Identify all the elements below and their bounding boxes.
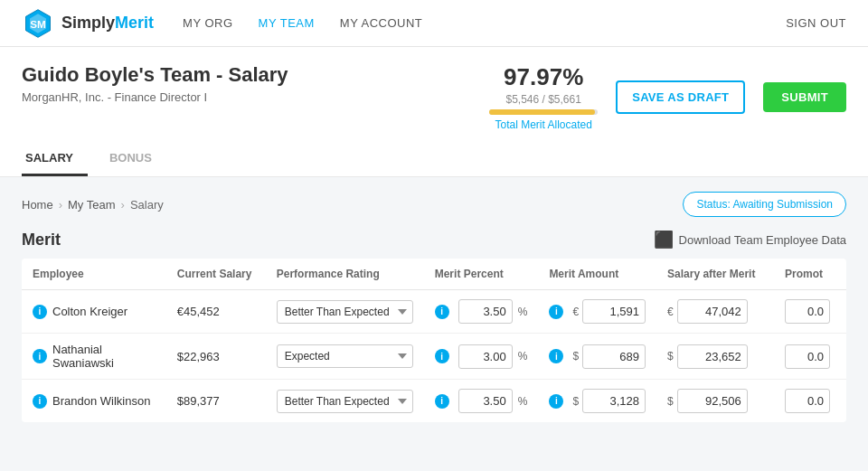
breadcrumb-sep-2: › xyxy=(121,198,125,212)
top-nav: SM SimplyMerit MY ORG MY TEAM MY ACCOUNT… xyxy=(0,0,868,47)
promo-input-1[interactable] xyxy=(785,344,830,369)
allocation-pct: 97.97% xyxy=(489,63,598,91)
salary-after-input-2[interactable] xyxy=(677,389,748,413)
allocation-label: Total Merit Allocated xyxy=(489,118,598,131)
pct-symbol-0: % xyxy=(518,306,528,318)
submit-button[interactable]: SUBMIT xyxy=(763,82,846,112)
merit-table: Employee Current Salary Performance Rati… xyxy=(22,259,846,422)
main-content: Home › My Team › Salary Status: Awaiting… xyxy=(0,177,868,471)
merit-pct-input-1[interactable] xyxy=(458,344,513,369)
breadcrumb-my-team[interactable]: My Team xyxy=(68,198,116,212)
merit-pct-info-1[interactable]: i xyxy=(435,349,449,363)
pct-symbol-2: % xyxy=(518,395,528,408)
merit-pct-info-2[interactable]: i xyxy=(435,394,449,409)
td-merit-pct-1: i% xyxy=(424,334,539,380)
promo-input-0[interactable] xyxy=(785,299,830,324)
merit-pct-input-0[interactable] xyxy=(458,299,513,324)
allocation-info: 97.97% $5,546 / $5,661 Total Merit Alloc… xyxy=(489,63,598,131)
team-subtitle: MorganHR, Inc. - Finance Director I xyxy=(22,90,288,104)
download-label: Download Team Employee Data xyxy=(679,233,846,247)
breadcrumb-row: Home › My Team › Salary Status: Awaiting… xyxy=(22,192,846,217)
sub-header: Guido Boyle's Team - Salary MorganHR, In… xyxy=(0,47,868,177)
td-salary-after-1: $ xyxy=(656,334,774,380)
td-performance-0[interactable]: Better Than ExpectedExpectedBelow Expect… xyxy=(266,290,424,334)
td-promo-1 xyxy=(774,334,846,380)
nav-my-org[interactable]: MY ORG xyxy=(183,16,233,30)
status-badge: Status: Awaiting Submission xyxy=(683,192,846,217)
salary-after-input-0[interactable] xyxy=(677,299,748,324)
table-header-row: Employee Current Salary Performance Rati… xyxy=(22,259,846,290)
download-icon: ⬛ xyxy=(654,230,674,250)
td-merit-amount-2: i$ xyxy=(538,380,656,423)
nav-links: MY ORG MY TEAM MY ACCOUNT xyxy=(183,16,786,30)
performance-select-1[interactable]: Better Than ExpectedExpectedBelow Expect… xyxy=(277,344,413,368)
td-employee-1: iNathanial Swaniawski xyxy=(22,334,166,380)
td-salary-after-2: $ xyxy=(656,380,774,423)
promo-input-2[interactable] xyxy=(785,389,830,413)
info-icon-1[interactable]: i xyxy=(33,349,47,363)
td-performance-2[interactable]: Better Than ExpectedExpectedBelow Expect… xyxy=(266,380,424,423)
td-employee-2: iBrandon Wilkinson xyxy=(22,380,166,423)
td-merit-amount-1: i$ xyxy=(538,334,656,380)
td-promo-0 xyxy=(774,290,846,334)
th-merit-amount: Merit Amount xyxy=(538,259,656,290)
merit-currency-2: $ xyxy=(572,395,579,408)
merit-amt-info-1[interactable]: i xyxy=(549,349,563,363)
allocation-bar-fill xyxy=(489,109,594,115)
employee-name-2: Brandon Wilkinson xyxy=(52,394,150,408)
td-salary-1: $22,963 xyxy=(166,334,266,380)
sign-out-button[interactable]: SIGN OUT xyxy=(786,16,846,30)
merit-pct-input-2[interactable] xyxy=(458,389,513,413)
td-promo-2 xyxy=(774,380,846,423)
employee-name-1: Nathanial Swaniawski xyxy=(52,343,156,370)
tab-salary[interactable]: SALARY xyxy=(22,142,88,176)
td-merit-pct-0: i% xyxy=(424,290,539,334)
salary-after-input-1[interactable] xyxy=(677,344,748,369)
save-draft-button[interactable]: SAVE AS DRAFT xyxy=(616,80,745,114)
performance-select-2[interactable]: Better Than ExpectedExpectedBelow Expect… xyxy=(277,390,413,413)
td-merit-amount-0: i€ xyxy=(538,290,656,334)
th-current-salary: Current Salary xyxy=(166,259,266,290)
th-merit-percent: Merit Percent xyxy=(424,259,539,290)
breadcrumb-salary: Salary xyxy=(130,198,164,212)
nav-my-account[interactable]: MY ACCOUNT xyxy=(340,16,422,30)
info-icon-0[interactable]: i xyxy=(33,305,47,319)
info-icon-2[interactable]: i xyxy=(33,394,47,409)
tabs: SALARY BONUS xyxy=(22,142,846,176)
logo-icon: SM xyxy=(22,7,54,40)
pct-symbol-1: % xyxy=(518,350,528,363)
merit-title: Merit xyxy=(22,231,61,250)
team-title: Guido Boyle's Team - Salary xyxy=(22,63,288,87)
merit-amount-input-1[interactable] xyxy=(582,344,646,369)
td-merit-pct-2: i% xyxy=(424,380,539,423)
merit-amt-info-2[interactable]: i xyxy=(549,394,563,409)
svg-text:SM: SM xyxy=(30,17,46,29)
td-salary-0: €45,452 xyxy=(166,290,266,334)
salary-currency-1: $ xyxy=(667,350,674,363)
merit-header: Merit ⬛ Download Team Employee Data xyxy=(22,230,846,250)
merit-amt-info-0[interactable]: i xyxy=(549,305,563,319)
merit-currency-1: $ xyxy=(572,350,579,363)
allocation-bar xyxy=(489,109,598,115)
td-salary-after-0: € xyxy=(656,290,774,334)
nav-my-team[interactable]: MY TEAM xyxy=(259,16,315,30)
logo-area: SM SimplyMerit xyxy=(22,7,154,40)
merit-pct-info-0[interactable]: i xyxy=(435,305,449,319)
th-performance: Performance Rating xyxy=(266,259,424,290)
merit-amount-input-0[interactable] xyxy=(582,299,646,324)
team-info: Guido Boyle's Team - Salary MorganHR, In… xyxy=(22,63,288,104)
merit-currency-0: € xyxy=(572,306,579,318)
allocation-amounts: $5,546 / $5,661 xyxy=(489,93,598,106)
download-link[interactable]: ⬛ Download Team Employee Data xyxy=(654,230,846,250)
tab-bonus[interactable]: BONUS xyxy=(106,142,166,176)
td-salary-2: $89,377 xyxy=(166,380,266,423)
salary-currency-2: $ xyxy=(667,395,674,408)
th-promotion: Promot xyxy=(774,259,846,290)
performance-select-0[interactable]: Better Than ExpectedExpectedBelow Expect… xyxy=(277,300,413,324)
salary-currency-0: € xyxy=(667,306,674,318)
allocation-area: 97.97% $5,546 / $5,661 Total Merit Alloc… xyxy=(489,63,846,131)
breadcrumb-home[interactable]: Home xyxy=(22,198,53,212)
merit-amount-input-2[interactable] xyxy=(582,389,646,413)
td-performance-1[interactable]: Better Than ExpectedExpectedBelow Expect… xyxy=(266,334,424,380)
breadcrumb-sep-1: › xyxy=(59,198,62,212)
